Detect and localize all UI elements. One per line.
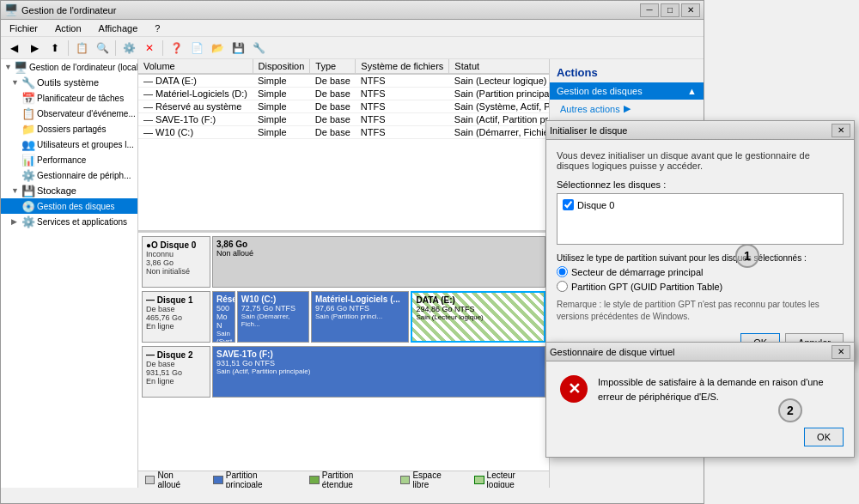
disk-label: — Disque 2 De base 931,51 Go En ligne xyxy=(142,346,210,398)
table-row[interactable]: — DATA (E:)SimpleDe baseNTFSSain (Lecteu… xyxy=(138,74,549,88)
legend-extended-label: Partition étendue xyxy=(322,471,383,489)
extra3-button[interactable]: 💾 xyxy=(228,39,247,58)
partition[interactable]: DATA (E:) 294,86 Go NTFS Sain (Lecteur l… xyxy=(411,291,545,343)
table-row[interactable]: — Réservé au systèmeSimpleDe baseNTFSSai… xyxy=(138,100,549,113)
partition-status: Sain (Démarrer, Fich... xyxy=(241,313,305,328)
extra4-button[interactable]: 🔧 xyxy=(249,39,268,58)
legend-extended: Partition étendue xyxy=(309,471,383,489)
partition-name: 3,86 Go xyxy=(216,240,541,249)
table-row[interactable]: — SAVE-1To (F:)SimpleDe baseNTFSSain (Ac… xyxy=(138,113,549,126)
maximize-button[interactable]: □ xyxy=(661,3,679,17)
menu-bar: Fichier Action Affichage ? xyxy=(1,20,704,37)
col-status[interactable]: Statut xyxy=(449,59,549,74)
extra2-button[interactable]: 📂 xyxy=(208,39,227,58)
forward-button[interactable]: ▶ xyxy=(25,39,44,58)
sidebar-item-disques[interactable]: 💿 Gestion des disques xyxy=(1,198,137,214)
minimize-button[interactable]: ─ xyxy=(640,3,659,17)
partition-size: 72,75 Go NTFS xyxy=(241,304,305,313)
actions-title: Actions xyxy=(550,59,704,82)
vdm-ok-button[interactable]: OK xyxy=(804,428,844,446)
legend-free-label: Espace libre xyxy=(412,471,457,489)
legend-logical: Lecteur logique xyxy=(474,471,542,489)
radio-gpt[interactable] xyxy=(557,281,568,292)
sidebar-item-stockage[interactable]: ▼ 💾 Stockage xyxy=(1,183,137,198)
menu-fichier[interactable]: Fichier xyxy=(4,21,43,35)
disk-table[interactable]: Volume Disposition Type Système de fichi… xyxy=(138,59,549,231)
properties-button[interactable]: ⚙️ xyxy=(119,39,138,58)
vdm-close-button[interactable]: ✕ xyxy=(832,345,850,359)
disk-map[interactable]: ●O Disque 0 Inconnu 3,86 Go Non initiali… xyxy=(138,231,549,471)
partition-status: Sain (Syst xyxy=(216,330,231,343)
legend-unallocated-label: Non alloué xyxy=(157,471,196,489)
cell-disposition: Simple xyxy=(253,113,310,126)
cell-fs: NTFS xyxy=(356,88,449,100)
cell-status: Sain (Actif, Partition principale) xyxy=(449,113,549,126)
back-button[interactable]: ◀ xyxy=(4,39,23,58)
sidebar-item-performance[interactable]: 📊 Performance xyxy=(1,152,137,167)
cell-fs: NTFS xyxy=(356,74,449,88)
view-button[interactable]: 📋 xyxy=(72,39,91,58)
disk0-checkbox[interactable] xyxy=(563,199,574,210)
cell-volume: — W10 (C:) xyxy=(138,126,253,139)
partition[interactable]: W10 (C:) 72,75 Go NTFS Sain (Démarrer, F… xyxy=(237,291,309,343)
init-disk-dialog: Initialiser le disque ✕ Vous devez initi… xyxy=(545,120,855,363)
sidebar-item-gestionnaire[interactable]: ⚙️ Gestionnaire de périph... xyxy=(1,167,137,183)
disk-name: — Disque 1 xyxy=(146,295,206,305)
window-icon: 🖥️ xyxy=(4,3,18,16)
toolbar-sep2 xyxy=(115,40,116,56)
partition-size: 97,66 Go NTFS xyxy=(315,304,405,313)
sidebar-item-outils[interactable]: ▼ 🔧 Outils système xyxy=(1,75,137,90)
init-dialog-close[interactable]: ✕ xyxy=(832,124,850,137)
vdm-dialog: Gestionnaire de disque virtuel ✕ ✕ Impos… xyxy=(545,342,855,458)
window-title: Gestion de l'ordinateur xyxy=(21,5,116,15)
col-type[interactable]: Type xyxy=(310,59,356,74)
actions-link-autres[interactable]: Autres actions ▶ xyxy=(550,100,704,118)
disk-row: — Disque 2 De base 931,51 Go En ligneSAV… xyxy=(142,346,545,398)
volumes-table: Volume Disposition Type Système de fichi… xyxy=(138,59,549,139)
radio-mbr[interactable] xyxy=(557,266,568,277)
partition-name: W10 (C:) xyxy=(241,295,305,304)
legend-primary-label: Partition principale xyxy=(226,471,293,489)
sidebar-item-root[interactable]: ▼ 🖥️ Gestion de l'ordinateur (local) xyxy=(1,59,137,75)
sidebar-item-dossiers[interactable]: 📁 Dossiers partagés xyxy=(1,121,137,137)
menu-affichage[interactable]: Affichage xyxy=(94,21,143,35)
disk-name: ●O Disque 0 xyxy=(146,240,206,250)
disk-partitions: Réservé. 500 Mo N Sain (SystW10 (C:) 72,… xyxy=(212,291,545,343)
sidebar-item-planificateur[interactable]: 📅 Planificateur de tâches xyxy=(1,90,137,106)
col-fs[interactable]: Système de fichiers xyxy=(356,59,449,74)
partition[interactable]: Matériel-Logiciels (... 97,66 Go NTFS Sa… xyxy=(311,291,410,343)
search-button[interactable]: 🔍 xyxy=(93,39,112,58)
sidebar-item-observateur[interactable]: 📋 Observateur d'événeme... xyxy=(1,106,137,121)
disk-row: ●O Disque 0 Inconnu 3,86 Go Non initiali… xyxy=(142,236,545,288)
menu-help[interactable]: ? xyxy=(149,21,165,35)
expand-icon-stockage: ▼ xyxy=(11,186,20,195)
cell-disposition: Simple xyxy=(253,74,310,88)
close-button[interactable]: ✕ xyxy=(681,3,700,17)
col-disposition[interactable]: Disposition xyxy=(253,59,310,74)
cell-volume: — DATA (E:) xyxy=(138,74,253,88)
table-row[interactable]: — Matériel-Logiciels (D:)SimpleDe baseNT… xyxy=(138,88,549,100)
partition[interactable]: SAVE-1To (F:) 931,51 Go NTFS Sain (Actif… xyxy=(212,346,545,398)
delete-button[interactable]: ✕ xyxy=(140,39,159,58)
title-controls: ─ □ ✕ xyxy=(640,3,700,17)
partition[interactable]: 3,86 Go Non alloué xyxy=(212,236,545,288)
actions-section-disques[interactable]: Gestion des disques ▲ xyxy=(550,82,704,100)
radio-mbr-label: Secteur de démarrage principal xyxy=(571,267,703,277)
disk-partitions: SAVE-1To (F:) 931,51 Go NTFS Sain (Actif… xyxy=(212,346,545,398)
help-button[interactable]: ❓ xyxy=(167,39,186,58)
actions-chevron-up: ▲ xyxy=(687,86,697,96)
cell-fs: NTFS xyxy=(356,126,449,139)
menu-action[interactable]: Action xyxy=(50,21,87,35)
partition[interactable]: Réservé. 500 Mo N Sain (Syst xyxy=(212,291,235,343)
gpt-remark: Remarque : le style de partition GPT n'e… xyxy=(557,299,844,323)
cell-type: De base xyxy=(310,88,356,100)
extra1-button[interactable]: 📄 xyxy=(187,39,206,58)
partition-status: Sain (Actif, Partition principale) xyxy=(216,367,541,375)
cell-volume: — Matériel-Logiciels (D:) xyxy=(138,88,253,100)
vdm-buttons: OK xyxy=(546,428,854,457)
up-button[interactable]: ⬆ xyxy=(46,39,64,58)
sidebar-item-utilisateurs[interactable]: 👥 Utilisateurs et groupes l... xyxy=(1,137,137,152)
sidebar-item-services[interactable]: ▶ ⚙️ Services et applications xyxy=(1,214,137,229)
table-row[interactable]: — W10 (C:)SimpleDe baseNTFSSain (Démarre… xyxy=(138,126,549,139)
col-volume[interactable]: Volume xyxy=(138,59,253,74)
